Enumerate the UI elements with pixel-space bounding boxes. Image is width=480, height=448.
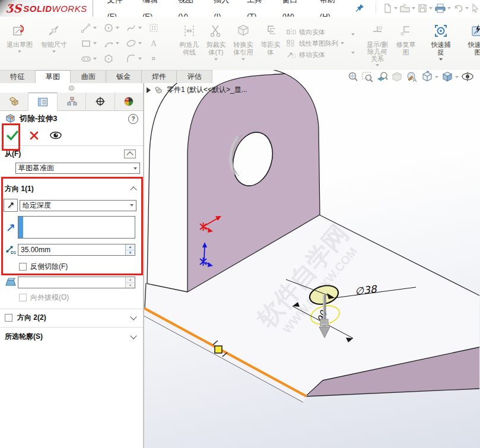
print-caret[interactable] [447, 7, 451, 9]
quick-snaps-caret[interactable] [439, 58, 443, 61]
mirror-entities-button[interactable]: 镜向实体 [286, 28, 344, 37]
text-tool[interactable]: A [146, 36, 169, 51]
pin-menu-icon[interactable] [354, 2, 365, 14]
linear-sketch-pattern-button[interactable]: 线性草图阵列 [286, 39, 344, 48]
line-caret[interactable] [93, 27, 97, 29]
tab-surfaces[interactable]: 曲面 [71, 70, 106, 83]
previous-view-icon[interactable] [376, 71, 389, 83]
circle-caret[interactable] [116, 27, 119, 29]
hide-show-items-icon[interactable] [461, 71, 474, 83]
tab-sketch[interactable]: 草图 [36, 70, 71, 83]
smart-dimension-caret[interactable] [52, 50, 56, 53]
open-caret[interactable] [412, 7, 415, 9]
featuremanager-tab[interactable] [0, 93, 28, 110]
selected-contours-expand-icon[interactable] [130, 332, 136, 339]
new-document-caret[interactable] [394, 7, 398, 9]
dimxpertmanager-tab[interactable] [86, 93, 115, 110]
from-collapse-icon[interactable] [124, 150, 136, 158]
sketch-pattern-tool[interactable] [146, 20, 169, 36]
ellipse-caret[interactable] [138, 42, 142, 45]
tab-sheet-metal[interactable]: 钣金 [106, 70, 142, 83]
ok-button[interactable] [6, 129, 19, 141]
panel-splitter-grip[interactable] [0, 83, 143, 93]
section-view-icon[interactable] [391, 71, 403, 83]
ellipse-tool[interactable] [123, 36, 146, 51]
offset-entities-button[interactable]: 等距实 体 [258, 18, 284, 68]
display-delete-relations-button[interactable]: 显示/删 除几何 关系 [362, 18, 393, 68]
reverse-direction-button[interactable] [4, 199, 18, 212]
direction2-checkbox[interactable] [5, 314, 12, 322]
zoom-to-area-icon[interactable] [361, 71, 374, 83]
direction-reference-box[interactable] [18, 216, 135, 239]
ribbon-overflow-carets[interactable] [349, 17, 357, 70]
polygon-tool[interactable] [101, 51, 123, 66]
depth-spin-buttons[interactable]: ▲▼ [125, 244, 135, 255]
circle-tool[interactable] [101, 20, 123, 36]
convert-entities-button[interactable]: 转换实 体引用 [229, 18, 258, 68]
flip-side-checkbox[interactable] [19, 263, 27, 271]
view-orientation-caret[interactable] [435, 76, 438, 78]
graphics-viewport[interactable]: 零件1 (默认<<默认>_显... 软件自学网 WWW.RJZXW.COM [144, 70, 480, 448]
direction2-section-header[interactable]: 方向 2(2) [0, 312, 143, 323]
propertymanager-tab[interactable] [28, 93, 57, 111]
spline-tool[interactable] [123, 20, 146, 36]
repair-sketch-button[interactable]: 修复草 图 [393, 18, 419, 68]
exit-sketch-button[interactable]: 退出草图 [2, 18, 37, 68]
arc-tool[interactable] [101, 36, 123, 51]
trim-entities-caret[interactable] [214, 58, 218, 61]
selected-contours-section-header[interactable]: 所选轮廓(S) [0, 331, 143, 342]
convert-entities-caret[interactable] [241, 58, 245, 61]
end-condition-select[interactable]: 给定深度 [20, 200, 136, 211]
zoom-to-fit-icon[interactable] [347, 71, 359, 83]
smart-dimension-button[interactable]: 智能尺寸 [37, 18, 71, 68]
from-plane-select[interactable]: 草图基准面 [15, 163, 140, 174]
slot-caret[interactable] [93, 58, 97, 60]
tab-weldments[interactable]: 焊件 [142, 70, 177, 83]
direction1-section-header[interactable]: 方向 1(1) [0, 183, 143, 194]
exit-sketch-caret[interactable] [18, 50, 21, 53]
tree-expand-icon[interactable] [147, 87, 151, 93]
draft-spin-buttons[interactable]: ▲▼ [125, 277, 135, 288]
tab-features[interactable]: 特征 [0, 70, 36, 83]
fillet-tool[interactable] [123, 51, 146, 66]
display-style-icon[interactable] [441, 71, 459, 83]
display-style-caret[interactable] [455, 76, 459, 78]
display-delete-relations-caret[interactable] [376, 64, 379, 66]
construction-geometry-button[interactable]: 构造几 何线 [176, 18, 203, 68]
fillet-caret[interactable] [138, 58, 142, 60]
rectangle-caret[interactable] [93, 42, 97, 45]
point-tool[interactable] [146, 51, 169, 66]
displaymanager-tab[interactable] [115, 93, 143, 110]
flip-side-checkbox-row[interactable]: 反侧切除(F) [0, 262, 143, 272]
help-icon[interactable]: ? [128, 114, 138, 124]
preview-eye-button[interactable] [49, 131, 62, 140]
linear-pattern-caret[interactable] [341, 42, 344, 45]
open-button[interactable] [399, 3, 415, 14]
flyout-feature-tree[interactable]: 零件1 (默认<<默认>_显... [147, 85, 247, 95]
line-tool[interactable] [78, 20, 101, 36]
undo-button[interactable] [453, 3, 469, 14]
edit-appearance-icon[interactable]: A [406, 71, 418, 83]
rapid-sketch-button[interactable]: 快速草 图 [463, 18, 480, 68]
print-button[interactable] [434, 3, 451, 14]
spline-caret[interactable] [138, 27, 142, 29]
select-cursor-button[interactable] [471, 3, 480, 14]
undo-caret[interactable] [465, 7, 469, 9]
new-document-button[interactable] [382, 3, 398, 14]
arc-caret[interactable] [116, 42, 119, 45]
save-caret[interactable] [429, 7, 433, 9]
depth-input[interactable]: 35.00mm ▲▼ [18, 244, 135, 256]
slot-tool[interactable] [78, 51, 101, 66]
move-entities-button[interactable]: 移动实体 [286, 50, 344, 59]
direction2-expand-icon[interactable] [130, 313, 136, 320]
quick-snaps-button[interactable]: 快速捕 捉 [426, 18, 456, 68]
save-button[interactable] [417, 3, 433, 14]
trim-entities-button[interactable]: 剪裁实 体(T) [203, 18, 229, 68]
view-orientation-icon[interactable] [421, 71, 438, 83]
from-section-header[interactable]: 从(F) [0, 148, 143, 159]
rectangle-tool[interactable] [78, 36, 101, 51]
cancel-button[interactable] [30, 131, 39, 140]
model-canvas[interactable]: 软件自学网 WWW.RJZXW.COM ∅38 [144, 70, 480, 448]
direction1-collapse-icon[interactable] [130, 186, 136, 193]
draft-angle-input[interactable]: ▲▼ [18, 277, 135, 288]
